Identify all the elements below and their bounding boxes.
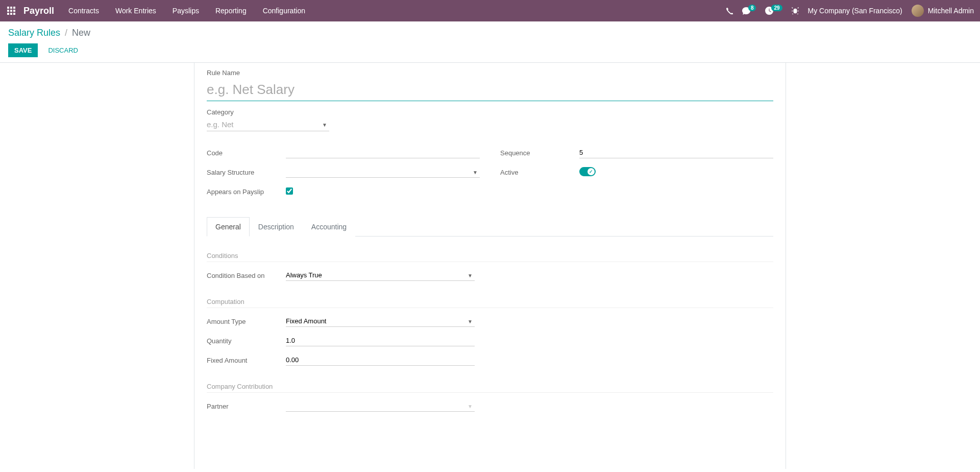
user-menu[interactable]: Mitchell Admin [912, 5, 974, 17]
svg-rect-7 [10, 13, 12, 15]
discard-button[interactable]: DISCARD [43, 43, 83, 57]
tab-general[interactable]: General [207, 217, 250, 237]
apps-icon[interactable] [6, 6, 16, 16]
rule-name-label: Rule Name [207, 69, 773, 77]
section-computation: Computation Amount Type ▼ Quantity Fixed… [207, 298, 773, 367]
tab-content-general: Conditions Condition Based on ▼ Computat… [207, 252, 773, 413]
right-column: Sequence Active ✓ [500, 146, 773, 204]
nav-contracts[interactable]: Contracts [68, 7, 99, 15]
appears-on-payslip-checkbox[interactable] [286, 187, 293, 195]
tab-accounting[interactable]: Accounting [303, 217, 355, 237]
nav-work-entries[interactable]: Work Entries [115, 7, 156, 15]
breadcrumb-parent[interactable]: Salary Rules [8, 28, 60, 38]
main-content: Rule Name Category ▼ Code Salary Structu… [0, 63, 980, 469]
code-label: Code [207, 149, 286, 157]
tabs: General Description Accounting [207, 217, 773, 237]
debug-icon[interactable] [792, 7, 799, 14]
activities-badge: 29 [771, 5, 782, 11]
top-navbar: Payroll Contracts Work Entries Payslips … [0, 0, 980, 21]
form-columns: Code Salary Structure ▼ Appears on Paysl… [207, 146, 773, 204]
save-button[interactable]: SAVE [8, 43, 38, 57]
code-input[interactable] [286, 147, 480, 158]
sequence-input[interactable] [579, 147, 773, 158]
nav-configuration[interactable]: Configuration [263, 7, 305, 15]
amount-type-input[interactable] [286, 316, 475, 327]
category-input[interactable] [207, 118, 329, 131]
condition-based-on-label: Condition Based on [207, 272, 286, 279]
salary-structure-label: Salary Structure [207, 169, 286, 176]
partner-field: Partner ▼ [207, 399, 773, 413]
partner-label: Partner [207, 403, 286, 410]
breadcrumb: Salary Rules / New [8, 28, 972, 38]
fixed-amount-input[interactable] [286, 355, 475, 366]
quantity-input[interactable] [286, 335, 475, 346]
messages-badge: 8 [748, 5, 756, 11]
company-selector[interactable]: My Company (San Francisco) [808, 7, 902, 15]
active-toggle[interactable]: ✓ [579, 167, 596, 176]
code-field: Code [207, 146, 480, 160]
svg-rect-4 [10, 10, 12, 12]
breadcrumb-separator: / [65, 28, 67, 38]
salary-structure-field: Salary Structure ▼ [207, 165, 480, 179]
appears-on-payslip-label: Appears on Payslip [207, 188, 286, 196]
user-name: Mitchell Admin [928, 7, 974, 15]
active-field: Active ✓ [500, 165, 773, 179]
nav-reporting[interactable]: Reporting [215, 7, 247, 15]
partner-input[interactable] [286, 400, 475, 412]
condition-based-on-input[interactable] [286, 270, 475, 281]
quantity-label: Quantity [207, 337, 286, 345]
fixed-amount-field: Fixed Amount [207, 353, 773, 367]
nav-menu: Contracts Work Entries Payslips Reportin… [68, 7, 305, 15]
nav-right: 8 29 My Company (San Francisco) Mitchell… [726, 5, 974, 17]
avatar [912, 5, 924, 17]
svg-rect-5 [13, 10, 15, 12]
condition-based-on-field: Condition Based on ▼ [207, 268, 773, 282]
tab-description[interactable]: Description [250, 217, 303, 237]
salary-structure-input[interactable] [286, 167, 480, 178]
amount-type-field: Amount Type ▼ [207, 314, 773, 328]
svg-rect-1 [10, 7, 12, 9]
fixed-amount-label: Fixed Amount [207, 357, 286, 364]
control-panel: Salary Rules / New SAVE DISCARD [0, 21, 980, 63]
nav-payslips[interactable]: Payslips [173, 7, 199, 15]
section-company-contribution: Company Contribution Partner ▼ [207, 383, 773, 413]
section-title-computation: Computation [207, 298, 773, 308]
app-brand[interactable]: Payroll [23, 6, 54, 16]
svg-rect-0 [7, 7, 9, 9]
category-field: Category ▼ [207, 108, 773, 131]
section-title-company-contribution: Company Contribution [207, 383, 773, 393]
action-buttons: SAVE DISCARD [8, 43, 972, 57]
sequence-label: Sequence [500, 149, 579, 157]
sequence-field: Sequence [500, 146, 773, 160]
quantity-field: Quantity [207, 334, 773, 348]
left-column: Code Salary Structure ▼ Appears on Paysl… [207, 146, 480, 204]
phone-icon[interactable] [726, 7, 733, 14]
svg-rect-2 [13, 7, 15, 9]
form-sheet: Rule Name Category ▼ Code Salary Structu… [194, 63, 786, 469]
section-conditions: Conditions Condition Based on ▼ [207, 252, 773, 282]
messages-icon[interactable]: 8 [742, 7, 756, 15]
rule-name-input[interactable] [207, 80, 773, 101]
breadcrumb-current: New [72, 28, 90, 38]
category-label: Category [207, 108, 234, 116]
svg-rect-6 [7, 13, 9, 15]
appears-on-payslip-field: Appears on Payslip [207, 184, 480, 199]
check-icon: ✓ [587, 168, 595, 175]
svg-rect-3 [7, 10, 9, 12]
svg-rect-8 [13, 13, 15, 15]
activities-icon[interactable]: 29 [765, 7, 782, 15]
active-label: Active [500, 169, 579, 176]
amount-type-label: Amount Type [207, 318, 286, 325]
section-title-conditions: Conditions [207, 252, 773, 262]
